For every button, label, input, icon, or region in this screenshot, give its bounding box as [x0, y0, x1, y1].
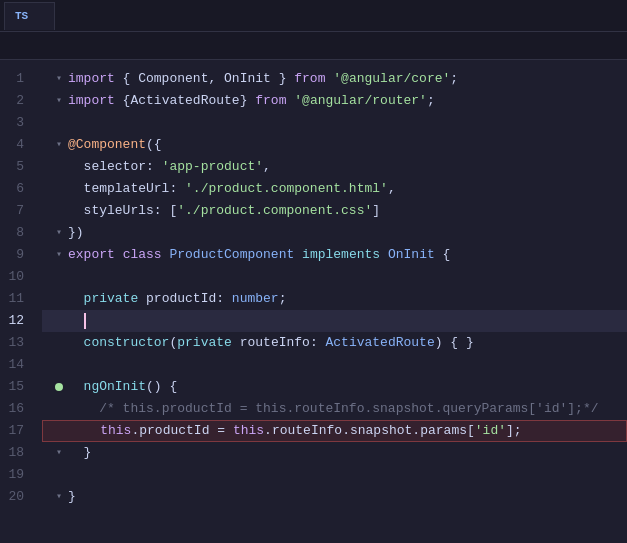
token-prop: routeInfo: [272, 420, 342, 442]
token-str: '@angular/core': [333, 68, 450, 90]
file-tab[interactable]: TS: [4, 2, 55, 30]
token-punc: [325, 68, 333, 90]
token-dec: @Component: [68, 134, 146, 156]
token-punc: .: [264, 420, 272, 442]
line-number: 18: [0, 442, 32, 464]
code-area[interactable]: ▾import { Component, OnInit } from '@ang…: [42, 60, 627, 543]
code-line: ▾}: [42, 486, 627, 508]
fold-marker[interactable]: [50, 381, 68, 393]
fold-marker[interactable]: ▾: [50, 486, 68, 508]
code-line: ▾import { Component, OnInit } from '@ang…: [42, 68, 627, 90]
token-kw2: constructor: [84, 332, 170, 354]
token-punc: [162, 244, 170, 266]
line-number: 9: [0, 244, 32, 266]
code-line: [42, 464, 627, 486]
indent: [68, 376, 84, 398]
token-prop: OnInit: [224, 68, 271, 90]
token-punc: }: [240, 90, 256, 112]
line-number: 3: [0, 112, 32, 134]
code-line: selector: 'app-product',: [42, 156, 627, 178]
line-number: 14: [0, 354, 32, 376]
line-number: 15: [0, 376, 32, 398]
editor-window: TS 1234567891011121314151617181920 ▾impo…: [0, 0, 627, 543]
token-punc: [380, 244, 388, 266]
line-number: 16: [0, 398, 32, 420]
line-number: 6: [0, 178, 32, 200]
indent: [68, 200, 84, 222]
fold-marker[interactable]: ▾: [50, 222, 68, 244]
code-line: ▾}): [42, 222, 627, 244]
line-number: 7: [0, 200, 32, 222]
token-punc: .: [131, 420, 139, 442]
token-kw: import: [68, 68, 115, 90]
token-kw: class: [123, 244, 162, 266]
code-line: [42, 112, 627, 134]
token-punc: : [: [154, 200, 177, 222]
code-line: styleUrls: ['./product.component.css']: [42, 200, 627, 222]
token-punc: ]: [372, 200, 380, 222]
token-punc: }): [68, 222, 84, 244]
indent: [68, 310, 84, 332]
token-kw2: private: [84, 288, 139, 310]
fold-marker[interactable]: ▾: [50, 90, 68, 112]
indent: [68, 332, 84, 354]
breadcrumb: [0, 32, 627, 60]
token-punc: .: [342, 420, 350, 442]
token-punc: :: [169, 178, 185, 200]
token-prop: routeInfo: [240, 332, 310, 354]
token-punc: ,: [208, 68, 224, 90]
line-number: 4: [0, 134, 32, 156]
code-line: ▾import {ActivatedRoute} from '@angular/…: [42, 90, 627, 112]
line-number: 17: [0, 420, 32, 442]
code-line: constructor(private routeInfo: Activated…: [42, 332, 627, 354]
token-prop: params: [420, 420, 467, 442]
token-from-kw: from: [294, 68, 325, 90]
code-line: this.productId = this.routeInfo.snapshot…: [42, 420, 627, 442]
token-punc: ];: [506, 420, 522, 442]
line-numbers: 1234567891011121314151617181920: [0, 60, 42, 543]
code-line: /* this.productId = this.routeInfo.snaps…: [42, 398, 627, 420]
token-punc: [138, 288, 146, 310]
token-kw: export: [68, 244, 115, 266]
indent: [68, 398, 99, 420]
token-punc: (: [169, 332, 177, 354]
line-number: 2: [0, 90, 32, 112]
token-punc: ,: [263, 156, 271, 178]
code-line: [42, 266, 627, 288]
token-prop: selector: [84, 156, 146, 178]
indent: [68, 442, 84, 464]
token-fn: ngOnInit: [84, 376, 146, 398]
token-punc: {: [115, 90, 131, 112]
indent: [68, 288, 84, 310]
token-punc: ;: [427, 90, 435, 112]
token-punc: }: [271, 68, 294, 90]
fold-marker[interactable]: ▾: [50, 68, 68, 90]
line-number: 8: [0, 222, 32, 244]
token-str: './product.component.html': [185, 178, 388, 200]
token-prop: ActivatedRoute: [130, 90, 239, 112]
token-punc: [115, 244, 123, 266]
token-punc: {: [115, 68, 138, 90]
token-kw: import: [68, 90, 115, 112]
token-punc: :: [146, 156, 162, 178]
fold-marker[interactable]: ▾: [50, 442, 68, 464]
token-prop: templateUrl: [84, 178, 170, 200]
code-line: ▾export class ProductComponent implement…: [42, 244, 627, 266]
token-punc: ,: [388, 178, 396, 200]
token-kw2: private: [177, 332, 232, 354]
line-number: 13: [0, 332, 32, 354]
token-punc: ({: [146, 134, 162, 156]
code-line: [42, 310, 627, 332]
token-punc: ;: [279, 288, 287, 310]
token-prop: Component: [138, 68, 208, 90]
token-punc: }: [68, 486, 76, 508]
fold-marker[interactable]: ▾: [50, 244, 68, 266]
token-punc: }: [84, 442, 92, 464]
indent: [69, 420, 100, 442]
token-cm: /* this.productId = this.routeInfo.snaps…: [99, 398, 598, 420]
token-punc: () {: [146, 376, 177, 398]
token-from-kw: from: [255, 90, 286, 112]
line-number: 5: [0, 156, 32, 178]
code-line: ▾ }: [42, 442, 627, 464]
fold-marker[interactable]: ▾: [50, 134, 68, 156]
